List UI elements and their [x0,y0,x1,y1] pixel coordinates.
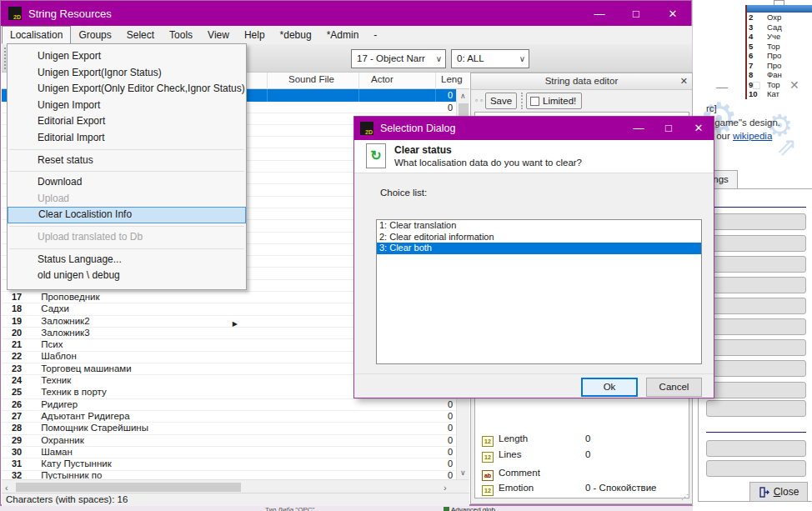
choice-listbox[interactable]: 1: Clear translation2: Clear editorial i… [376,219,702,364]
dialog-titlebar[interactable]: 2D Selection Dialog — □ ✕ [354,117,714,140]
property-emotion[interactable]: 12Emotion 0 - Спокойствие [482,483,534,496]
table-row[interactable]: 32 Пустынник по 0 [2,469,456,479]
menu-item[interactable]: Unigen Import [8,98,246,114]
column-header-length[interactable]: Leng [441,74,463,84]
titlebar[interactable]: 2D String Resources — □ ✕ [1,1,691,26]
property-lines[interactable]: 12Lines 0 [482,449,522,463]
menu-item[interactable]: Upload translated to Db [8,229,246,246]
right-panel-field[interactable] [706,360,806,377]
right-panel-field[interactable] [706,440,806,457]
property-value: 0 [585,433,590,443]
menu-bar-item[interactable]: *Admin [319,26,367,44]
close-button-label: Close [774,486,799,498]
bg-minimize-icon[interactable]: — [716,80,728,93]
menu-bar-item[interactable]: Groups [71,26,118,44]
background-table-row[interactable]: 4 Уче [747,32,812,42]
table-row[interactable]: 26 Ридигер 0 [2,398,456,410]
scroll-up-icon[interactable]: ∧ [460,92,466,100]
right-panel-field[interactable] [706,277,806,293]
table-row[interactable]: 31 Кату Пустынник 0 [2,458,456,469]
choice-option[interactable]: 3: Clear both [377,243,701,254]
menu-bar-item[interactable]: Select [119,26,162,44]
menu-bar-item[interactable]: Localisation [2,26,71,44]
right-panel-field[interactable] [706,382,806,398]
dialog-close-button[interactable]: ✕ [684,116,714,139]
save-button[interactable]: Save [485,93,517,109]
close-button[interactable]: Close [749,482,808,502]
background-table-header [747,5,812,13]
table-row[interactable]: 28 Помощник Старейшины 0 [2,422,456,433]
scroll-right-icon[interactable]: › [444,483,447,493]
row-text: Кат [760,89,779,99]
background-table-row[interactable]: 5 Тор [747,42,812,52]
menu-item[interactable]: Editorial Import [8,130,246,147]
right-panel-field[interactable] [706,256,806,273]
dialog-maximize-button[interactable]: □ [654,116,684,139]
right-panel-field[interactable] [706,318,806,335]
bg-close-icon[interactable]: ✕ [789,78,799,92]
resize-grip-icon[interactable]: ⋰ [681,493,689,501]
menu-item[interactable]: Unigen Export(Ignor Status) [8,65,246,82]
table-row[interactable]: 30 Шаман 0 [2,446,456,458]
menu-item[interactable]: Download [8,174,246,191]
column-header-soundfile[interactable]: Sound File [288,74,334,84]
limited-checkbox[interactable] [530,97,539,106]
window-title: String Resources [28,8,112,20]
property-length[interactable]: 12Length 0 [482,433,528,447]
menu-bar-item[interactable]: View [200,26,237,44]
menu-item[interactable]: Unigen Export(Only Editor Check,Ignor St… [8,81,246,98]
dialog-subtitle: What localisation data do you want to cl… [394,158,582,168]
scrollbar-thumb[interactable] [16,483,241,492]
right-panel-field[interactable] [706,213,806,230]
right-panel-field[interactable] [706,460,806,477]
menu-item[interactable]: Status Language... [8,252,246,268]
bg-maximize-icon[interactable]: □ [753,78,759,92]
toolbar-grip[interactable] [4,48,6,69]
background-table-row[interactable]: 3 Сад [747,23,812,33]
menu-item[interactable] [9,171,244,172]
close-window-button[interactable]: ✕ [654,1,691,26]
table-row[interactable]: 27 Адъютант Ридигера 0 [2,410,456,422]
minimize-button[interactable]: — [581,1,618,26]
right-panel-field[interactable] [706,235,806,252]
menu-item[interactable] [9,149,244,150]
menu-bar-item[interactable]: Tools [162,26,200,44]
right-panel-field[interactable] [706,339,806,356]
panel-close-icon[interactable]: ✕ [680,73,688,89]
menu-item[interactable] [9,248,244,249]
cancel-button[interactable]: Cancel [646,378,702,397]
right-panel-field[interactable] [706,400,806,417]
scroll-left-icon[interactable]: ‹ [5,483,8,493]
row-text: Сад [760,23,782,33]
background-table-row[interactable]: 7 Про [747,61,812,71]
maximize-button[interactable]: □ [618,1,654,26]
right-panel-field[interactable] [706,298,806,314]
horizontal-scrollbar[interactable]: ‹ › [2,479,469,493]
dialog-minimize-button[interactable]: — [624,116,654,139]
menu-bar-item[interactable]: *debug [273,26,319,44]
menu-item[interactable]: Clear Localistion Info [8,207,246,223]
menu-bar-item[interactable]: - [366,26,384,44]
choice-option[interactable]: 2: Clear editorial information [377,232,701,243]
menu-bar-item[interactable]: Help [237,26,273,44]
scroll-down-icon[interactable]: ∨ [460,468,466,477]
menu-item[interactable]: Unigen Export [8,48,246,65]
ok-button[interactable]: Ok [581,378,638,397]
menu-item[interactable]: Editorial Export [8,113,246,130]
filter-dropdown-all[interactable]: 0: ALL ∨ [451,49,529,68]
choice-option[interactable]: 1: Clear translation [377,220,701,232]
menu-item[interactable]: Reset status [8,153,246,169]
limited-toggle[interactable]: Limited! [526,93,582,109]
background-table-row[interactable]: 6 Про [747,51,812,61]
panel-title[interactable]: String data editor [471,73,692,90]
background-table-row[interactable]: 2 Охр [747,13,812,23]
property-comment[interactable]: abComment [482,468,540,481]
filter-dropdown-category[interactable]: 17 - Object Narr ∨ [351,49,446,68]
menu-item[interactable]: old unigen \ debug [8,268,246,284]
wikipedia-link[interactable]: wikipedia [733,131,772,141]
menu-item[interactable] [9,226,244,227]
menu-item[interactable]: Upload [8,191,246,208]
column-header-actor[interactable]: Actor [371,74,393,84]
row-text: Про [760,51,781,61]
table-row[interactable]: 29 Охранник 0 [2,434,456,446]
